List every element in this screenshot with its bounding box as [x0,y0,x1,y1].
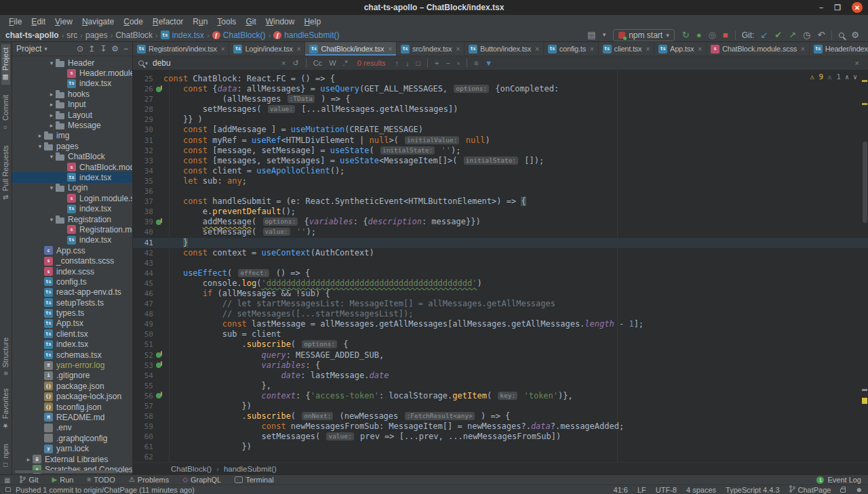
code-line[interactable]: 32 const [message, setMessage] = useStat… [133,146,868,156]
chevron-down-icon[interactable]: ▾ [36,143,44,150]
tree-item[interactable]: ▾Registration [12,214,132,224]
tree-item[interactable]: .env [12,423,132,433]
menu-edit[interactable]: Edit [26,17,50,26]
line-ending[interactable]: LF [637,486,646,494]
select-all-occurrences-icon[interactable]: □ [416,60,420,67]
code-line[interactable]: 28 setMessages( value: [...allMessages.g… [133,104,868,115]
tree-item[interactable]: {}package-lock.json [12,392,132,402]
code-line[interactable]: 50 sub = client [133,329,868,339]
remove-selection-icon[interactable]: − [446,60,450,67]
typescript-version[interactable]: TypeScript 4.4.3 [726,486,780,494]
code-line[interactable]: 55 }, [133,381,868,391]
close-tab-icon[interactable]: × [646,45,650,53]
tree-item[interactable]: ▸hooks [12,89,132,99]
code-line[interactable]: 59 const newMessagesFromSub: MessageItem… [133,421,868,432]
rollback-icon[interactable]: ↶ [817,30,825,39]
close-tab-icon[interactable]: × [535,45,539,53]
tree-item[interactable]: sRegistration.module.scss [12,224,132,234]
tree-item[interactable]: tsreact-app-env.d.ts [12,287,132,297]
add-selection-icon[interactable]: + [435,60,439,67]
tree-item[interactable]: sindex.scss [12,266,132,276]
run-query-gutter-icon[interactable] [156,352,161,358]
tool-window-switcher-icon[interactable]: ▦ [4,476,10,484]
sidebar-item-commit[interactable]: ○Commit [1,91,10,135]
clear-icon[interactable]: × [281,60,285,67]
close-tab-icon[interactable]: × [456,45,460,53]
code-line[interactable]: 61 }) [133,442,868,452]
tab-login-index-tsx[interactable]: tsLogin/index.tsx× [229,42,305,56]
code-line[interactable]: 25const ChatBlock: React.FC = () => { [133,74,868,84]
run-query-gutter-icon[interactable] [156,393,161,398]
menu-code[interactable]: Code [119,17,148,26]
chevron-right-icon[interactable]: ▸ [24,456,33,463]
tree-item[interactable]: tsconfig.ts [12,276,132,287]
chevron-right-icon[interactable]: ▸ [47,122,56,129]
tab-app-tsx[interactable]: tsApp.tsx× [654,42,707,56]
sidebar-item-pull-requests[interactable]: ⇅Pull Requests [1,142,10,203]
layers-icon[interactable]: ▤ [587,30,595,39]
tree-item[interactable]: {}tsconfig.json [12,402,132,412]
tree-item[interactable]: ▾ChatBlock [12,152,132,162]
code-line[interactable]: 36 [133,186,868,197]
breadcrumb-item[interactable]: fhandleSubmit() [273,30,339,40]
caret-position[interactable]: 41:6 [614,486,628,494]
filter-icon[interactable]: ▼ [485,60,492,67]
sidebar-item-favorites[interactable]: ★Favorites [1,385,10,433]
tree-item[interactable]: tsindex.tsx [12,172,132,182]
sidebar-item-npm[interactable]: □npm [1,440,10,472]
tree-item[interactable]: .graphqlconfig [12,433,132,443]
close-find-icon[interactable]: × [855,60,859,67]
tree-item[interactable]: sLogin.module.scss [12,193,132,203]
breadcrumb-item[interactable]: pages [85,30,108,40]
git-commit-icon[interactable]: ✔ [774,30,782,39]
tree-item[interactable]: ▾pages [12,141,132,151]
minimize-button[interactable]: – [819,4,823,12]
indent-setting[interactable]: 4 spaces [686,486,716,494]
tool-button-todo[interactable]: ≡TODO [87,476,115,484]
chevron-down-icon[interactable]: ▾ [603,32,606,38]
tree-item[interactable]: MREADME.md [12,412,132,422]
tab-config-ts[interactable]: tsconfig.ts× [544,42,599,56]
code-line[interactable]: 44 useEffect( effect: () => { [133,268,868,279]
tab-chatblock-module-scss[interactable]: sChatBlock.module.scss× [707,42,810,56]
chevron-right-icon[interactable]: ▸ [47,112,56,119]
chevron-down-icon[interactable]: ▾ [44,45,47,52]
code-line[interactable]: 53 variables: { [133,361,868,371]
menu-tools[interactable]: Tools [212,17,241,26]
rerun-icon[interactable]: ↻ [682,30,690,39]
tree-item[interactable]: ▸img [12,131,132,141]
stop-icon[interactable]: ■ [723,30,728,39]
tab-registration-index-tsx[interactable]: tsRegistration/index.tsx× [133,42,229,56]
tree-item[interactable]: tsindex.tsx [12,79,132,89]
prev-occurrence-icon[interactable]: ↑ [395,60,399,67]
chevron-down-icon[interactable]: ▾ [47,60,56,66]
chevron-right-icon[interactable]: ▸ [47,101,56,108]
tool-button-graphql[interactable]: ◇GraphQL [182,476,221,484]
menu-file[interactable]: File [4,17,26,26]
run-query-gutter-icon[interactable] [156,220,161,225]
code-line[interactable]: 45 console.log('dddddddddddddddddddddddd… [133,279,868,289]
event-log-button[interactable]: 1 Event Log [816,476,861,484]
code-line[interactable]: 34 const client = useApolloClient(); [133,166,868,176]
breadcrumb-item[interactable]: ChatBlock [115,30,153,40]
code-line[interactable]: 60 setMessages( value: prev => [...prev,… [133,432,868,442]
tool-button-run[interactable]: ▶Run [52,476,74,484]
tree-item[interactable]: ▾Login [12,183,132,193]
code-line[interactable]: 39 addMessage( options: {variables: {des… [133,217,868,227]
editor-breadcrumb-item[interactable]: handleSubmit() [224,465,277,473]
code-line[interactable]: 37 const handleSubmit = (e: React.Synthe… [133,197,868,207]
tree-item[interactable]: tsclient.tsx [12,329,132,339]
tree-item[interactable]: ▾Header [12,58,132,68]
tree-item[interactable]: ▸≣External Libraries [12,454,132,464]
code-line[interactable]: 57 }) [133,401,868,411]
chevron-down-icon[interactable]: ▾ [47,216,56,223]
next-occurrence-icon[interactable]: ↓ [406,60,410,67]
chevron-right-icon[interactable]: ▸ [47,91,56,98]
settings-icon[interactable]: ⚙ [111,44,119,54]
code-line[interactable]: 58 .subscribe( onNext: (newMessages :Fet… [133,411,868,421]
tree-item[interactable]: ▸Layout [12,110,132,120]
settings-icon[interactable]: ⚙ [851,30,859,39]
breadcrumb-item[interactable]: fChatBlock() [212,30,266,40]
tree-item[interactable]: tsindex.tsx [12,339,132,350]
tree-item[interactable]: sChatBlock.module.scss [12,162,132,172]
